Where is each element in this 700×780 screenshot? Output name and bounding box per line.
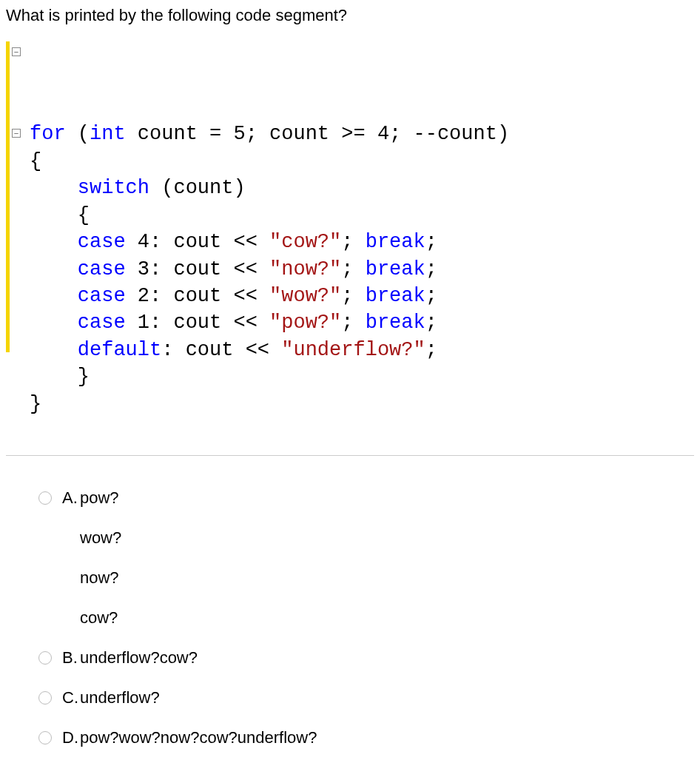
code-line: {: [30, 202, 694, 229]
option-body: B.underflow?cow?: [62, 648, 694, 668]
option-text: pow?wow?now?cow?underflow?: [80, 728, 317, 747]
option-text: now?: [80, 568, 694, 588]
answer-options: A.pow?wow?now?cow?B.underflow?cow?C.unde…: [6, 488, 694, 747]
option-b[interactable]: B.underflow?cow?: [38, 648, 694, 668]
code-line: }: [30, 363, 694, 390]
code-line: {: [30, 148, 694, 175]
radio-button[interactable]: [38, 691, 52, 705]
radio-button[interactable]: [38, 651, 52, 665]
code-line: case 3: cout << "now?"; break;: [30, 256, 694, 283]
code-block: − − for (int count = 5; count >= 4; --co…: [6, 40, 694, 456]
code-line: case 2: cout << "wow?"; break;: [30, 283, 694, 309]
option-label: C.: [62, 688, 80, 707]
code-lines: for (int count = 5; count >= 4; --count)…: [30, 121, 694, 417]
fold-icon[interactable]: −: [12, 47, 21, 56]
option-body: C.underflow?: [62, 688, 694, 707]
option-c[interactable]: C.underflow?: [38, 688, 694, 707]
option-a[interactable]: A.pow?wow?now?cow?: [38, 488, 694, 628]
fold-icon[interactable]: −: [12, 129, 21, 138]
option-label: D.: [62, 728, 80, 747]
change-bar: [6, 41, 10, 352]
option-label: A.: [62, 488, 80, 508]
option-label: B.: [62, 648, 80, 668]
code-line: }: [30, 391, 694, 417]
option-text: pow?: [80, 488, 119, 508]
option-body: D.pow?wow?now?cow?underflow?: [62, 728, 694, 747]
code-line: switch (count): [30, 175, 694, 201]
question-text: What is printed by the following code se…: [6, 6, 694, 25]
code-line: case 1: cout << "pow?"; break;: [30, 309, 694, 336]
option-text: wow?: [80, 528, 694, 548]
code-line: case 4: cout << "cow?"; break;: [30, 229, 694, 255]
option-text: cow?: [80, 608, 694, 628]
radio-button[interactable]: [38, 731, 52, 744]
option-text: underflow?: [80, 688, 160, 707]
option-d[interactable]: D.pow?wow?now?cow?underflow?: [38, 728, 694, 747]
code-line: for (int count = 5; count >= 4; --count): [30, 121, 694, 147]
option-body: A.pow?wow?now?cow?: [62, 488, 694, 628]
code-gutter: − −: [6, 40, 25, 455]
radio-button[interactable]: [38, 491, 52, 505]
code-line: default: cout << "underflow?";: [30, 337, 694, 363]
option-text: underflow?cow?: [80, 648, 198, 667]
